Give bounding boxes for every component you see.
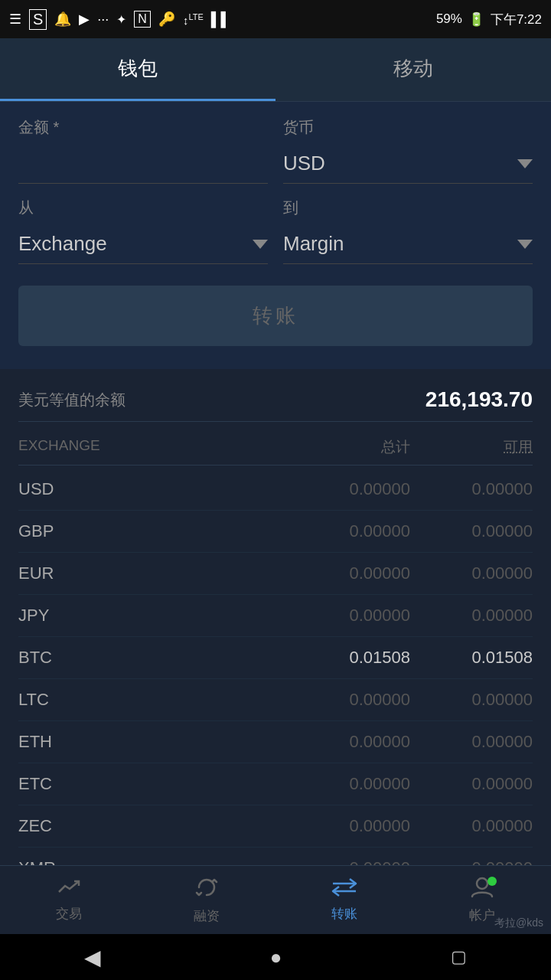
coin-total: 0.00000: [288, 816, 410, 836]
nav-trading-label: 交易: [56, 905, 82, 923]
table-row: EUR 0.00000 0.00000: [18, 553, 533, 595]
table-row: ZEC 0.00000 0.00000: [18, 805, 533, 848]
coin-total: 0.00000: [288, 690, 410, 710]
status-bar: ☰ S 🔔 ▶ ··· ✦ N 🔑 ↕LTE ▌▌ 59% 🔋 下午7:22: [0, 0, 551, 38]
battery-icon: 🔋: [468, 11, 484, 28]
coin-available: 0.01508: [410, 648, 533, 668]
coin-name: GBP: [18, 521, 288, 541]
time-display: 下午7:22: [491, 11, 542, 28]
table-row: USD 0.00000 0.00000: [18, 469, 533, 511]
coin-total: 0.00000: [288, 479, 410, 499]
coin-total: 0.00000: [288, 564, 410, 583]
section-label: EXCHANGE: [18, 437, 288, 457]
trading-icon: [57, 878, 80, 900]
table-row: ETC 0.00000 0.00000: [18, 763, 533, 805]
funding-icon: [195, 876, 218, 903]
to-chevron-icon: [517, 240, 533, 249]
nav-account[interactable]: 帐户: [469, 877, 495, 924]
transfer-form: 金额 * 货币 USD 从 Exchange 到 Margin 转账: [0, 102, 551, 369]
tab-bar: 钱包 移动: [0, 38, 551, 102]
more-icon: ···: [97, 11, 109, 28]
nav-transfer-label: 转账: [331, 905, 357, 923]
status-right: 59% 🔋 下午7:22: [436, 11, 542, 28]
coin-total: 0.00000: [288, 732, 410, 752]
menu-icon: ☰: [9, 11, 21, 28]
currency-select[interactable]: USD: [283, 144, 533, 184]
key-icon: 🔑: [158, 11, 175, 28]
nav-transfer[interactable]: 转账: [331, 878, 357, 923]
to-value: Margin: [283, 232, 344, 256]
home-button[interactable]: ●: [270, 946, 282, 969]
from-select[interactable]: Exchange: [18, 224, 268, 264]
amount-currency-row: 金额 * 货币 USD: [18, 117, 533, 184]
coin-name: ETC: [18, 774, 288, 794]
coin-name: EUR: [18, 564, 288, 583]
account-icon: [471, 877, 494, 902]
to-label: 到: [283, 198, 533, 218]
bars-icon: ▌▌: [211, 11, 231, 28]
coin-available: 0.00000: [410, 732, 533, 752]
coin-available: 0.00000: [410, 816, 533, 836]
bottom-nav: 交易 融资 转账 帐: [0, 865, 551, 934]
balance-value: 216,193.70: [425, 387, 533, 412]
signal-icon: ↕LTE: [183, 12, 204, 27]
app-icon: S: [29, 9, 47, 30]
table-row: LTC 0.00000 0.00000: [18, 679, 533, 721]
to-group: 到 Margin: [283, 198, 533, 264]
coin-total: 0.00000: [288, 521, 410, 541]
play-icon: ▶: [79, 11, 90, 28]
coin-total: 0.01508: [288, 648, 410, 668]
balance-row: 美元等值的余额 216,193.70: [18, 387, 533, 422]
amount-group: 金额 *: [18, 117, 268, 184]
coin-available: 0.00000: [410, 774, 533, 794]
online-dot: [487, 877, 497, 886]
coin-name: USD: [18, 479, 288, 499]
from-value: Exchange: [18, 232, 107, 256]
from-chevron-icon: [253, 240, 268, 249]
nfc-icon: N: [134, 11, 151, 28]
balance-label: 美元等值的余额: [18, 390, 126, 410]
coin-available: 0.00000: [410, 521, 533, 541]
coin-name: ZEC: [18, 816, 288, 836]
coin-available: 0.00000: [410, 606, 533, 626]
table-row: BTC 0.01508 0.01508: [18, 637, 533, 679]
coin-name: LTC: [18, 690, 288, 710]
currency-group: 货币 USD: [283, 117, 533, 184]
nav-funding[interactable]: 融资: [194, 876, 220, 925]
table-row: ETH 0.00000 0.00000: [18, 721, 533, 763]
back-button[interactable]: ◀: [84, 945, 101, 970]
tab-wallet[interactable]: 钱包: [0, 38, 276, 101]
battery-text: 59%: [436, 11, 462, 27]
to-select[interactable]: Margin: [283, 224, 533, 264]
coin-available: 0.00000: [410, 690, 533, 710]
table-row: GBP 0.00000 0.00000: [18, 511, 533, 553]
bluetooth-icon: ✦: [116, 12, 126, 27]
tab-move[interactable]: 移动: [276, 38, 551, 101]
amount-input[interactable]: [18, 144, 268, 184]
table-header: EXCHANGE 总计 可用: [18, 437, 533, 466]
from-to-row: 从 Exchange 到 Margin: [18, 198, 533, 264]
from-group: 从 Exchange: [18, 198, 268, 264]
nav-funding-label: 融资: [194, 907, 220, 925]
coin-name: ETH: [18, 732, 288, 752]
svg-point-0: [477, 878, 487, 889]
coin-total: 0.00000: [288, 774, 410, 794]
status-icons: ☰ S 🔔 ▶ ··· ✦ N 🔑 ↕LTE ▌▌: [9, 9, 230, 30]
nav-account-label: 帐户: [469, 906, 495, 924]
currency-value: USD: [283, 152, 325, 175]
currency-chevron-icon: [517, 159, 533, 168]
nav-trading[interactable]: 交易: [56, 878, 82, 923]
total-header: 总计: [288, 437, 410, 457]
watermark: 考拉@kds: [494, 916, 543, 930]
phone-nav: ◀ ● ▢: [0, 934, 551, 980]
currency-label: 货币: [283, 117, 533, 138]
recent-button[interactable]: ▢: [451, 947, 467, 967]
coin-available: 0.00000: [410, 564, 533, 583]
table-row: JPY 0.00000 0.00000: [18, 595, 533, 637]
transfer-button[interactable]: 转账: [18, 286, 533, 346]
coin-total: 0.00000: [288, 606, 410, 626]
amount-label: 金额 *: [18, 117, 268, 138]
coin-name: JPY: [18, 606, 288, 626]
available-header: 可用: [410, 437, 533, 457]
coin-name: BTC: [18, 648, 288, 668]
